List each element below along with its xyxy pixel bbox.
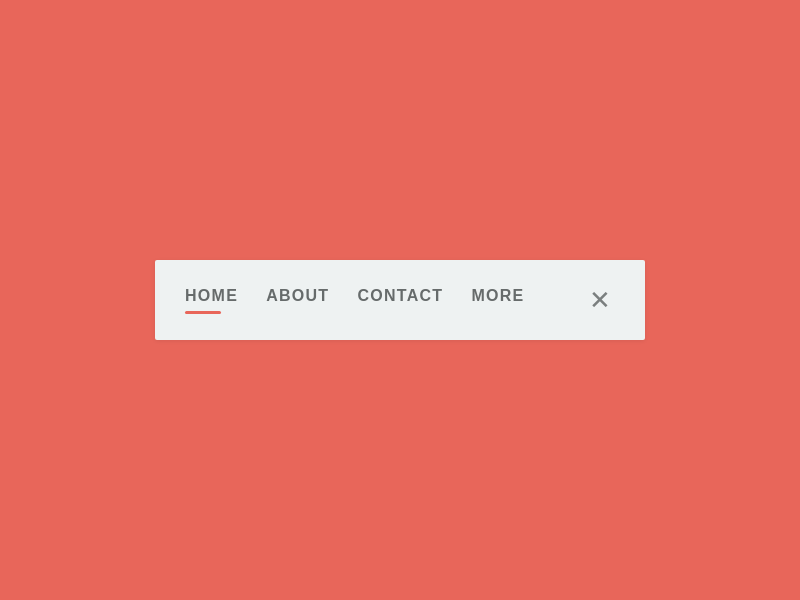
nav-item-about-label: ABOUT [266,287,329,305]
close-icon: ✕ [589,287,611,313]
nav-item-home[interactable]: HOME [185,287,266,314]
nav-item-about[interactable]: ABOUT [266,287,357,314]
nav-item-home-label: HOME [185,287,238,305]
nav-items-container: HOME ABOUT CONTACT MORE [185,287,585,314]
nav-item-more-label: MORE [471,287,524,305]
nav-item-contact[interactable]: CONTACT [357,287,471,314]
close-button[interactable]: ✕ [585,283,615,317]
nav-item-more[interactable]: MORE [471,287,552,314]
nav-item-contact-label: CONTACT [357,287,443,305]
navigation-bar: HOME ABOUT CONTACT MORE ✕ [155,260,645,340]
nav-item-home-underline [185,311,221,314]
